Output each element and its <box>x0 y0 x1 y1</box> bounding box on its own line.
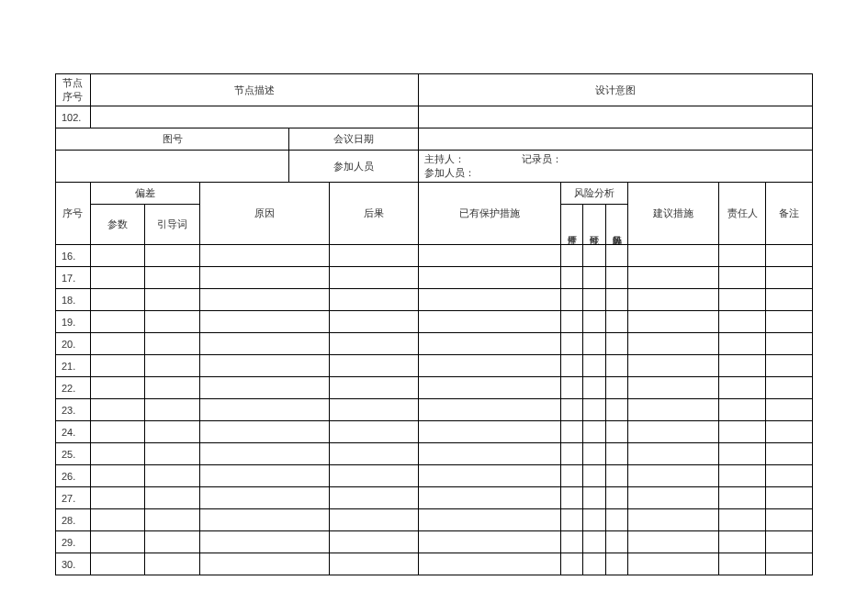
cell-safeguard <box>419 333 561 355</box>
cell-safeguard <box>419 531 561 553</box>
cell-likelihood <box>583 399 605 421</box>
cell-recommendation <box>627 487 718 509</box>
cell-likelihood <box>583 465 605 487</box>
cell-param <box>90 245 145 267</box>
cell-likelihood <box>583 289 605 311</box>
cell-consequence <box>330 531 419 553</box>
cell-recommendation <box>627 333 718 355</box>
cell-guideword <box>145 355 200 377</box>
cell-risk-level <box>605 377 627 399</box>
cell-likelihood <box>583 509 605 531</box>
cell-recommendation <box>627 421 718 443</box>
cell-guideword <box>145 333 200 355</box>
cell-consequence <box>330 355 419 377</box>
cell-param <box>90 399 145 421</box>
cell-seq: 18. <box>56 289 91 311</box>
cell-guideword <box>145 443 200 465</box>
cell-guideword <box>145 487 200 509</box>
cell-remark <box>766 267 813 289</box>
cell-severity <box>561 553 583 575</box>
cell-guideword <box>145 289 200 311</box>
cell-remark <box>766 289 813 311</box>
cell-seq: 21. <box>56 355 91 377</box>
cell-cause <box>199 289 329 311</box>
cell-responsible <box>719 399 766 421</box>
cell-recommendation <box>627 289 718 311</box>
cell-consequence <box>330 311 419 333</box>
cell-seq: 17. <box>56 267 91 289</box>
cell-cause <box>199 509 329 531</box>
host-label: 主持人： <box>424 153 465 164</box>
table-row: 30. <box>56 553 813 575</box>
cell-consequence <box>330 421 419 443</box>
cell-responsible <box>719 289 766 311</box>
table-row: 27. <box>56 487 813 509</box>
cell-safeguard <box>419 399 561 421</box>
cell-responsible <box>719 487 766 509</box>
cell-recommendation <box>627 267 718 289</box>
cell-remark <box>766 245 813 267</box>
cell-remark <box>766 355 813 377</box>
cell-guideword <box>145 311 200 333</box>
cell-cause <box>199 333 329 355</box>
cell-guideword <box>145 509 200 531</box>
cell-likelihood <box>583 267 605 289</box>
node-no-label: 节点 序号 <box>56 74 91 106</box>
cell-risk-level <box>605 245 627 267</box>
cell-seq: 30. <box>56 553 91 575</box>
drawing-no-value <box>56 151 289 183</box>
cell-likelihood <box>583 487 605 509</box>
cell-cause <box>199 311 329 333</box>
cell-recommendation <box>627 531 718 553</box>
col-risk: 风险分析 <box>561 183 628 205</box>
cell-safeguard <box>419 267 561 289</box>
cell-severity <box>561 267 583 289</box>
cell-consequence <box>330 289 419 311</box>
cell-likelihood <box>583 245 605 267</box>
cell-risk-level <box>605 421 627 443</box>
cell-safeguard <box>419 355 561 377</box>
table-row: 28. <box>56 509 813 531</box>
cell-risk-level <box>605 465 627 487</box>
col-risk-level: 风险等级 <box>605 205 627 245</box>
cell-severity <box>561 487 583 509</box>
cell-likelihood <box>583 333 605 355</box>
cell-severity <box>561 289 583 311</box>
cell-consequence <box>330 553 419 575</box>
cell-recommendation <box>627 443 718 465</box>
cell-consequence <box>330 333 419 355</box>
cell-consequence <box>330 245 419 267</box>
cell-guideword <box>145 267 200 289</box>
cell-remark <box>766 487 813 509</box>
cell-consequence <box>330 487 419 509</box>
cell-safeguard <box>419 465 561 487</box>
cell-responsible <box>719 465 766 487</box>
cell-safeguard <box>419 443 561 465</box>
cell-remark <box>766 399 813 421</box>
cell-remark <box>766 531 813 553</box>
cell-risk-level <box>605 487 627 509</box>
table-row: 16. <box>56 245 813 267</box>
cell-likelihood <box>583 531 605 553</box>
cell-remark <box>766 553 813 575</box>
cell-recommendation <box>627 245 718 267</box>
cell-consequence <box>330 399 419 421</box>
cell-risk-level <box>605 553 627 575</box>
participants-value: 主持人： 记录员： 参加人员： <box>419 151 813 183</box>
cell-severity <box>561 355 583 377</box>
cell-responsible <box>719 509 766 531</box>
col-deviation: 偏差 <box>90 183 199 205</box>
cell-responsible <box>719 333 766 355</box>
cell-risk-level <box>605 311 627 333</box>
cell-severity <box>561 421 583 443</box>
cell-consequence <box>330 267 419 289</box>
table-row: 17. <box>56 267 813 289</box>
cell-param <box>90 465 145 487</box>
cell-seq: 26. <box>56 465 91 487</box>
cell-safeguard <box>419 421 561 443</box>
cell-risk-level <box>605 443 627 465</box>
cell-param <box>90 267 145 289</box>
table-row: 24. <box>56 421 813 443</box>
table-row: 26. <box>56 465 813 487</box>
cell-safeguard <box>419 311 561 333</box>
